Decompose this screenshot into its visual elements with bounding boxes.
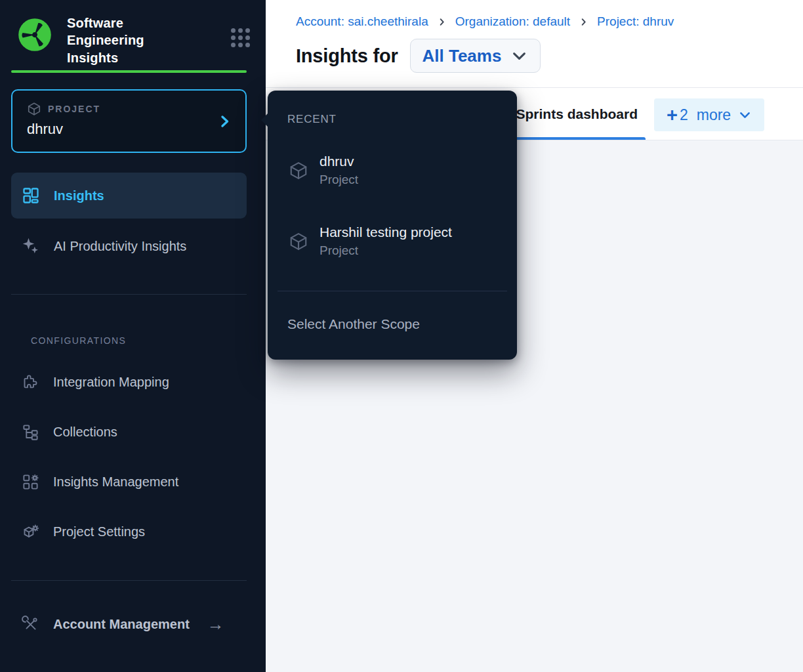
dashboard-icon bbox=[22, 186, 40, 205]
brand-accent-rule bbox=[11, 70, 247, 73]
recent-section-label: RECENT bbox=[287, 113, 337, 126]
page-title: Insights for bbox=[296, 45, 398, 67]
sidebar-item-label: Account Management bbox=[53, 617, 190, 632]
breadcrumb-account-link[interactable]: Account: sai.cheethirala bbox=[296, 14, 428, 29]
arrow-right-icon: → bbox=[207, 616, 224, 633]
sidebar: Software Engineering Insights PROJECT dh… bbox=[0, 0, 266, 672]
chevron-separator-icon bbox=[579, 17, 588, 27]
project-card-label: PROJECT bbox=[48, 104, 100, 114]
project-cube-icon bbox=[289, 232, 308, 251]
scope-item-type: Project bbox=[319, 173, 358, 187]
project-cube-icon bbox=[27, 102, 41, 116]
app-launcher-grid-icon[interactable] bbox=[231, 28, 250, 47]
scope-item-name: Harshil testing project bbox=[319, 224, 452, 240]
team-selector-value: All Teams bbox=[422, 46, 502, 66]
tree-hierarchy-icon bbox=[22, 423, 39, 441]
app-title: Software Engineering Insights bbox=[67, 14, 173, 66]
breadcrumb-project-link[interactable]: Project: dhruv bbox=[597, 14, 674, 29]
puzzle-icon bbox=[22, 373, 39, 391]
more-tabs-button[interactable]: + 2 more bbox=[654, 98, 764, 131]
sidebar-item-label: Collections bbox=[53, 425, 117, 440]
sidebar-item-collections[interactable]: Collections bbox=[11, 412, 247, 452]
app-logo-icon bbox=[14, 14, 55, 55]
breadcrumb: Account: sai.cheethirala Organization: d… bbox=[296, 14, 803, 29]
sidebar-item-label: AI Productivity Insights bbox=[54, 239, 186, 254]
chevron-down-icon bbox=[738, 108, 752, 122]
sidebar-item-label: Integration Mapping bbox=[53, 375, 169, 390]
app-window: Software Engineering Insights PROJECT dh… bbox=[0, 0, 803, 672]
configurations-group: Integration Mapping Collections bbox=[0, 362, 266, 551]
sidebar-item-insights-management[interactable]: Insights Management bbox=[11, 462, 247, 501]
scope-item-name: dhruv bbox=[319, 154, 358, 169]
grid-gear-icon bbox=[22, 473, 39, 491]
sidebar-nav: Insights AI Productivity Insights bbox=[0, 173, 266, 266]
project-card-name: dhruv bbox=[27, 121, 232, 138]
select-another-scope-action[interactable]: Select Another Scope bbox=[287, 316, 420, 332]
more-tabs-label: more bbox=[697, 106, 731, 124]
sidebar-item-label: Insights Management bbox=[53, 474, 178, 490]
scope-popup: RECENT dhruv Project bbox=[268, 91, 517, 360]
sidebar-item-label: Project Settings bbox=[53, 524, 145, 539]
tools-icon bbox=[22, 616, 39, 633]
page-header: Account: sai.cheethirala Organization: d… bbox=[266, 0, 803, 88]
more-tabs-count: 2 bbox=[680, 106, 688, 124]
sidebar-item-account-management[interactable]: Account Management → bbox=[11, 604, 247, 644]
sidebar-item-label: Insights bbox=[54, 188, 104, 203]
breadcrumb-organization-link[interactable]: Organization: default bbox=[455, 14, 570, 29]
scope-item-type: Project bbox=[319, 243, 452, 258]
main-area: Account: sai.cheethirala Organization: d… bbox=[266, 0, 803, 672]
chevron-separator-icon bbox=[437, 17, 447, 27]
project-cube-icon bbox=[289, 161, 308, 180]
brand-row: Software Engineering Insights bbox=[0, 0, 266, 66]
box-gear-icon bbox=[22, 523, 39, 541]
sparkles-icon bbox=[22, 237, 40, 255]
plus-icon: + bbox=[667, 106, 678, 125]
project-scope-card[interactable]: PROJECT dhruv bbox=[11, 89, 247, 153]
tab-label: Sprints dashboard bbox=[516, 106, 638, 122]
sidebar-item-integration-mapping[interactable]: Integration Mapping bbox=[11, 362, 247, 402]
sidebar-item-project-settings[interactable]: Project Settings bbox=[11, 512, 247, 551]
sidebar-item-insights[interactable]: Insights bbox=[11, 173, 247, 219]
popup-divider bbox=[278, 291, 507, 291]
popup-caret bbox=[261, 113, 268, 127]
scope-item-harshil-testing-project[interactable]: Harshil testing project Project bbox=[289, 224, 452, 258]
sidebar-divider bbox=[11, 580, 247, 581]
sidebar-divider bbox=[11, 294, 247, 295]
team-selector-dropdown[interactable]: All Teams bbox=[410, 39, 541, 73]
configurations-section-label: CONFIGURATIONS bbox=[31, 335, 266, 346]
sidebar-item-ai-productivity-insights[interactable]: AI Productivity Insights bbox=[11, 226, 247, 266]
scope-item-dhruv[interactable]: dhruv Project bbox=[289, 154, 358, 187]
chevron-right-icon[interactable] bbox=[216, 114, 232, 129]
chevron-down-icon bbox=[510, 47, 528, 65]
